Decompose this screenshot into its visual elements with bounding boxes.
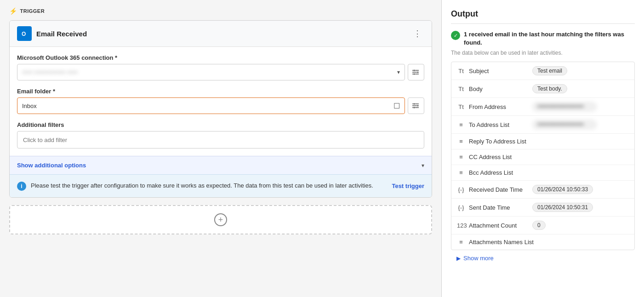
output-item: ≡Bcc Address List bbox=[451, 165, 634, 181]
output-value: Test email bbox=[532, 66, 567, 75]
svg-point-3 bbox=[414, 74, 415, 75]
type-icon: Tt bbox=[457, 103, 465, 110]
output-item: {-}Received Date Time01/26/2024 10:50:33 bbox=[451, 181, 634, 199]
bolt-icon: ⚡ bbox=[9, 7, 17, 15]
output-value: 0 bbox=[532, 221, 546, 230]
output-item: ≡CC Address List bbox=[451, 149, 634, 165]
connection-value: ••••• ••••••••••••••• ••••• bbox=[22, 69, 393, 76]
info-icon: i bbox=[17, 182, 26, 191]
type-icon: {-} bbox=[457, 186, 465, 193]
output-key: CC Address List bbox=[469, 154, 529, 160]
test-trigger-button[interactable]: Test trigger bbox=[392, 183, 424, 189]
type-icon: ≡ bbox=[457, 154, 465, 160]
output-item: ≡To Address List•••••••••••••••••••••••• bbox=[451, 116, 634, 134]
chevron-down-icon: ▾ bbox=[397, 69, 400, 75]
type-icon: Tt bbox=[457, 86, 465, 92]
svg-text:O: O bbox=[22, 31, 26, 37]
left-panel: ⚡ TRIGGER O Email Received ⋮ Microsoft O… bbox=[0, 0, 441, 297]
output-item: TtFrom Address•••••••••••••••••••••••• bbox=[451, 98, 634, 116]
type-icon: {-} bbox=[457, 204, 465, 211]
success-icon: ✓ bbox=[451, 31, 460, 40]
type-icon: Tt bbox=[457, 68, 465, 74]
output-item: TtBodyTest body. bbox=[451, 80, 634, 98]
type-icon: 123 bbox=[457, 222, 465, 229]
trigger-card-title: O Email Received bbox=[17, 26, 87, 41]
trigger-label: ⚡ TRIGGER bbox=[9, 7, 432, 15]
output-value: •••••••••••••••••••••••• bbox=[532, 102, 597, 111]
additional-filters-field-group: Additional filters bbox=[17, 121, 424, 148]
output-value: •••••••••••••••••••••••• bbox=[532, 120, 597, 129]
show-more-label: Show more bbox=[463, 255, 494, 262]
output-key: Attachments Names List bbox=[469, 239, 534, 246]
success-subtext: The data below can be used in later acti… bbox=[451, 50, 635, 56]
show-more-chevron-icon: ▶ bbox=[456, 255, 461, 262]
email-folder-field-group: Email folder * Inbox ☐ bbox=[17, 88, 424, 114]
type-icon: ≡ bbox=[457, 169, 465, 176]
output-list: TtSubjectTest emailTtBodyTest body.TtFro… bbox=[451, 62, 635, 250]
right-panel: Output ✓ 1 received email in the last ho… bbox=[441, 0, 644, 297]
email-folder-value: Inbox bbox=[22, 103, 390, 109]
output-value: 01/26/2024 10:50:33 bbox=[532, 185, 593, 194]
output-key: Body bbox=[469, 86, 529, 92]
config-icon bbox=[412, 69, 420, 76]
output-value: Test body. bbox=[532, 84, 567, 93]
type-icon: ≡ bbox=[457, 138, 465, 145]
output-key: Received Date Time bbox=[469, 186, 529, 193]
trigger-card-body: Microsoft Outlook 365 connection * •••••… bbox=[10, 47, 432, 156]
outlook-icon: O bbox=[17, 26, 32, 41]
output-title: Output bbox=[451, 9, 635, 24]
show-options-label: Show additional options bbox=[17, 162, 86, 169]
connection-label: Microsoft Outlook 365 connection * bbox=[17, 54, 424, 61]
trigger-card: O Email Received ⋮ Microsoft Outlook 365… bbox=[9, 20, 432, 198]
svg-point-13 bbox=[417, 105, 419, 107]
filter-input[interactable] bbox=[17, 131, 424, 148]
info-bar: i Please test the trigger after configur… bbox=[10, 174, 432, 197]
connection-field-group: Microsoft Outlook 365 connection * •••••… bbox=[17, 54, 424, 80]
email-folder-field-row: Inbox ☐ bbox=[17, 97, 424, 114]
show-additional-options-bar[interactable]: Show additional options ▾ bbox=[10, 156, 432, 174]
info-text: Please test the trigger after configurat… bbox=[31, 181, 383, 190]
success-banner: ✓ 1 received email in the last hour matc… bbox=[451, 30, 635, 47]
folder-icon: ☐ bbox=[393, 102, 400, 110]
email-folder-label: Email folder * bbox=[17, 88, 424, 95]
svg-point-11 bbox=[414, 103, 415, 105]
output-key: Reply To Address List bbox=[469, 138, 529, 145]
connection-config-button[interactable] bbox=[408, 64, 424, 80]
email-folder-input[interactable]: Inbox ☐ bbox=[17, 97, 405, 114]
output-item: ≡Reply To Address List bbox=[451, 134, 634, 149]
output-key: Attachment Count bbox=[469, 222, 529, 229]
success-message: 1 received email in the last hour matchi… bbox=[464, 30, 635, 47]
show-more-row[interactable]: ▶ Show more bbox=[451, 250, 635, 266]
output-key: Subject bbox=[469, 68, 529, 74]
svg-point-2 bbox=[414, 70, 415, 71]
output-value: 01/26/2024 10:50:31 bbox=[532, 203, 593, 212]
svg-point-12 bbox=[414, 107, 415, 109]
output-key: Sent Date Time bbox=[469, 204, 529, 211]
output-item: TtSubjectTest email bbox=[451, 62, 634, 80]
trigger-card-header: O Email Received ⋮ bbox=[10, 21, 432, 47]
output-item: ≡Attachments Names List bbox=[451, 234, 634, 250]
add-step-plus-icon: + bbox=[214, 213, 227, 226]
type-icon: ≡ bbox=[457, 239, 465, 246]
trigger-title: Email Received bbox=[36, 30, 87, 38]
add-step-box[interactable]: + bbox=[9, 205, 432, 234]
folder-config-icon bbox=[412, 102, 420, 109]
output-key: From Address bbox=[469, 103, 529, 110]
output-item: {-}Sent Date Time01/26/2024 10:50:31 bbox=[451, 199, 634, 217]
output-key: Bcc Address List bbox=[469, 169, 529, 176]
more-options-button[interactable]: ⋮ bbox=[410, 28, 424, 40]
additional-filters-label: Additional filters bbox=[17, 121, 424, 128]
svg-point-4 bbox=[417, 72, 419, 73]
output-key: To Address List bbox=[469, 121, 529, 128]
connection-input[interactable]: ••••• ••••••••••••••• ••••• ▾ bbox=[17, 64, 405, 80]
folder-config-button[interactable] bbox=[408, 97, 424, 114]
connection-field-row: ••••• ••••••••••••••• ••••• ▾ bbox=[17, 64, 424, 80]
type-icon: ≡ bbox=[457, 121, 465, 128]
output-item: 123Attachment Count0 bbox=[451, 217, 634, 234]
show-options-chevron-icon: ▾ bbox=[422, 162, 424, 169]
